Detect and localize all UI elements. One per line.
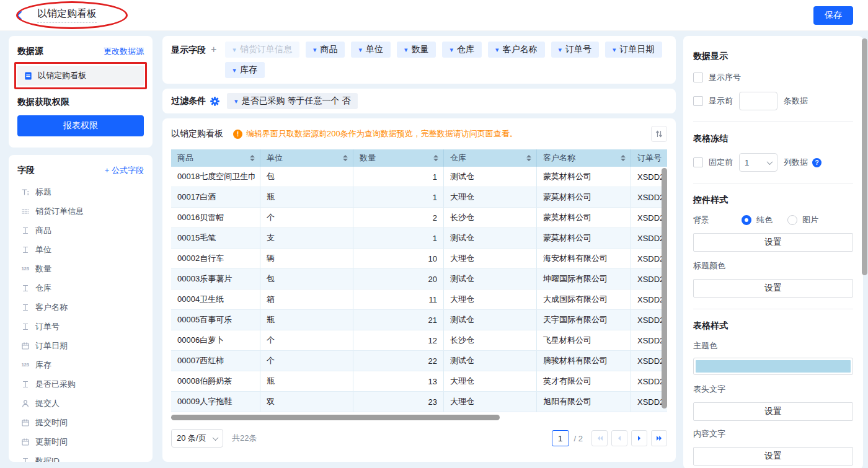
field-item[interactable]: 销货订单信息 <box>17 201 144 221</box>
last-page-button[interactable] <box>651 430 667 446</box>
text-field-icon <box>20 302 30 312</box>
table-cell: 00003乐事薯片 <box>171 269 260 289</box>
table-cell: 海安材料有限公司 <box>537 249 631 268</box>
chevron-down-icon: ▾ <box>232 46 236 53</box>
table-cell: 大理仓 <box>444 249 537 268</box>
solid-color-radio[interactable] <box>742 215 751 225</box>
show-first-input[interactable] <box>739 92 777 110</box>
table-cell: 1 <box>353 228 444 248</box>
table-cell: 辆 <box>260 249 353 268</box>
gear-icon[interactable] <box>210 97 219 106</box>
content-text-set-button[interactable]: 设置 <box>693 447 853 466</box>
save-button[interactable]: 保存 <box>813 6 853 25</box>
sort-carets-icon[interactable] <box>343 155 348 161</box>
table-cell: 箱 <box>260 289 353 309</box>
display-field-chip[interactable]: ▾销货订单信息 <box>225 42 299 58</box>
sort-carets-icon[interactable] <box>250 155 255 161</box>
table-freeze-title: 表格冻结 <box>693 133 853 144</box>
field-item[interactable]: 提交人 <box>17 394 144 413</box>
field-item[interactable]: 仓库 <box>17 278 144 298</box>
report-permission-button[interactable]: 报表权限 <box>17 115 144 136</box>
filter-condition-chip[interactable]: ▾ 是否已采购 等于任意一个 否 <box>227 93 358 109</box>
title-color-set-button[interactable]: 设置 <box>693 279 853 298</box>
display-field-chip[interactable]: ▾订单号 <box>551 42 600 58</box>
change-datasource-link[interactable]: 更改数据源 <box>104 46 144 57</box>
total-count: 共22条 <box>232 433 257 444</box>
display-field-chip[interactable]: ▾单位 <box>351 42 391 58</box>
column-header-label: 订单号 <box>637 152 662 164</box>
field-item[interactable]: 数据ID <box>17 451 144 462</box>
field-item[interactable]: 客户名称 <box>17 298 144 317</box>
column-header[interactable]: 客户名称 <box>537 149 631 167</box>
datasource-item[interactable]: 以销定购看板 <box>17 66 144 86</box>
field-item-label: 更新时间 <box>35 436 68 448</box>
table-vertical-scrollbar[interactable] <box>662 168 667 408</box>
title-color-label: 标题颜色 <box>693 260 853 272</box>
column-header[interactable]: 订单号 <box>631 149 667 167</box>
display-field-chip[interactable]: ▾数量 <box>397 42 436 58</box>
display-fields-label: 显示字段 <box>171 42 206 58</box>
settings-sidebar: 数据显示 显示序号 显示前 条数据 表格冻结 固定前 1 列数据 ? 控件样式 … <box>683 36 863 468</box>
sort-order-button[interactable] <box>651 126 667 142</box>
display-field-chip[interactable]: ▾仓库 <box>442 42 482 58</box>
header-text-set-button[interactable]: 设置 <box>693 402 853 421</box>
table-cell: 00007西红柿 <box>171 351 260 371</box>
permission-title: 数据获取权限 <box>17 97 144 108</box>
image-radio[interactable] <box>787 215 797 225</box>
table-cell: 1 <box>353 167 444 187</box>
freeze-columns-checkbox[interactable] <box>693 157 703 167</box>
sort-carets-icon[interactable] <box>621 155 626 161</box>
column-header[interactable]: 数量 <box>353 149 444 167</box>
field-item[interactable]: 123数量 <box>17 259 144 278</box>
column-header[interactable]: 商品 <box>171 149 260 167</box>
sort-carets-icon[interactable] <box>526 155 531 161</box>
main-layout: 数据源 更改数据源 以销定购看板 数据获取权限 报表权限 字段 + 公式字段 标… <box>0 31 868 468</box>
display-field-chip[interactable]: ▾库存 <box>225 62 265 78</box>
chevron-down-icon: ▾ <box>404 46 408 53</box>
page-size-select[interactable]: 20 条/页 <box>171 429 223 448</box>
add-formula-field-link[interactable]: + 公式字段 <box>105 165 144 176</box>
field-item[interactable]: 提交时间 <box>17 413 144 432</box>
field-item-label: 库存 <box>35 360 51 371</box>
field-item[interactable]: 标题 <box>17 182 144 201</box>
field-item[interactable]: 单位 <box>17 240 144 259</box>
table-cell: 测试仓 <box>444 228 537 248</box>
date-field-icon <box>20 418 30 427</box>
field-item[interactable]: 123库存 <box>17 355 144 374</box>
chip-label: 商品 <box>320 44 337 55</box>
page-title[interactable]: 以销定购看板 <box>37 7 97 23</box>
table-cell: 蒙莫材料公司 <box>537 208 631 227</box>
display-field-chip[interactable]: ▾商品 <box>306 42 345 58</box>
display-field-chip[interactable]: ▾订单日期 <box>605 42 662 58</box>
column-header-label: 数量 <box>360 152 376 164</box>
column-header[interactable]: 仓库 <box>444 149 537 167</box>
field-item[interactable]: 商品 <box>17 221 144 240</box>
table-cell: 00015毛笔 <box>171 228 260 248</box>
theme-color-picker[interactable] <box>693 358 853 375</box>
help-icon[interactable]: ? <box>812 158 822 167</box>
table-cell: 旭阳有限公司 <box>537 392 631 412</box>
back-icon[interactable] <box>15 10 26 21</box>
field-item[interactable]: 订单日期 <box>17 336 144 355</box>
field-item-label: 标题 <box>35 187 51 198</box>
next-page-button[interactable] <box>631 430 647 446</box>
table-cell: 包 <box>260 269 353 289</box>
page-scrollbar[interactable] <box>862 38 867 275</box>
current-page-box[interactable]: 1 <box>552 430 569 446</box>
field-item[interactable]: 订单号 <box>17 317 144 336</box>
sort-carets-icon[interactable] <box>433 155 438 161</box>
scrollbar-thumb[interactable] <box>171 415 500 420</box>
bg-set-button[interactable]: 设置 <box>693 233 853 252</box>
freeze-count-select[interactable]: 1 <box>739 153 777 172</box>
add-display-field-button[interactable]: + <box>211 42 216 58</box>
display-field-chip[interactable]: ▾客户名称 <box>488 42 545 58</box>
show-first-checkbox[interactable] <box>693 96 703 106</box>
table-horizontal-scrollbar[interactable] <box>171 415 667 420</box>
text-field-icon <box>20 226 30 235</box>
field-item[interactable]: 是否已采购 <box>17 374 144 394</box>
show-index-checkbox[interactable] <box>693 73 703 82</box>
field-item-label: 提交人 <box>35 398 60 409</box>
date-field-icon <box>20 341 30 350</box>
column-header[interactable]: 单位 <box>260 149 353 167</box>
field-item[interactable]: 更新时间 <box>17 432 144 451</box>
